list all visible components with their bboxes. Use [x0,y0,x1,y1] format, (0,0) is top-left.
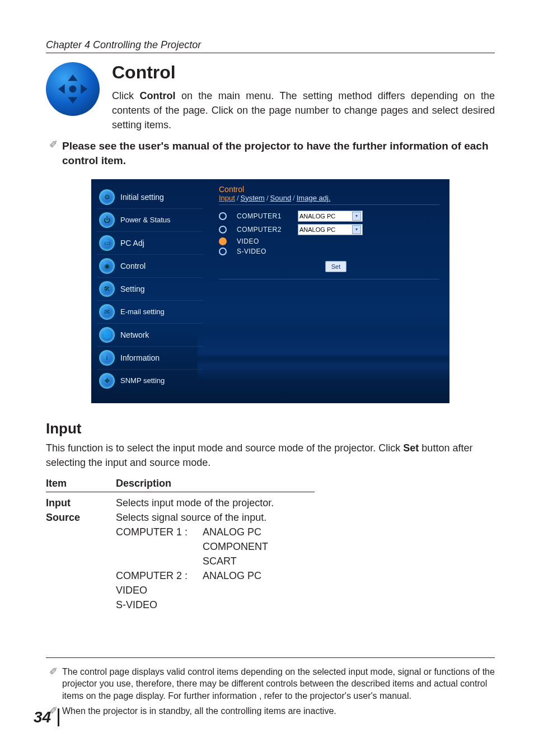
snmp-icon: ❖ [99,373,115,389]
svg-marker-1 [68,97,77,104]
radio-label: COMPUTER1 [237,212,290,220]
radio-label: COMPUTER2 [237,226,290,234]
section-paragraph: This function is to select the input mod… [46,441,495,470]
source-details: COMPUTER 1 : ANALOG PC COMPONENT SCART [116,525,495,568]
sidebar-item-label: Setting [120,284,145,293]
power-icon: ⏻ [99,212,115,228]
para-bold: Set [403,442,419,454]
input-row-video: VIDEO [219,237,439,245]
th-description: Description [116,478,171,489]
select-computer2[interactable]: ANALOG PC▾ [298,224,363,235]
tab-image-adj[interactable]: Image adj. [297,194,331,202]
sidebar-item-power-status[interactable]: ⏻Power & Status [97,208,203,231]
footnote-text: When the projector is in standby, all th… [62,705,495,717]
pencil-icon: ✐ [49,666,58,702]
sidebar-item-control[interactable]: ◉Control [97,254,203,277]
page-title: Control [112,62,495,83]
svg-point-4 [69,86,77,93]
panel-tabs: Input/System/Sound/Image adj. [219,194,439,205]
svg-marker-2 [58,84,65,94]
info-icon: i [99,350,115,366]
footnote-text: The control page displays valid control … [62,666,495,702]
chapter-header: Chapter 4 Controlling the Projector [46,39,495,53]
computer1-values: ANALOG PC COMPONENT SCART [203,525,268,568]
sidebar-item-setting[interactable]: 🛠Setting [97,277,203,300]
footnotes: ✐ The control page displays valid contro… [46,657,495,717]
radio-label: S-VIDEO [237,248,290,255]
cell-item: Input [46,496,116,510]
table-hr [46,492,315,492]
gear-icon: ⚙ [99,189,115,205]
wrench-icon: 🛠 [99,281,115,297]
radio-computer2[interactable] [219,226,227,234]
th-item: Item [46,478,116,489]
chevron-down-icon: ▾ [352,225,361,234]
tab-sound[interactable]: Sound [270,194,292,202]
sidebar-item-label: Power & Status [120,216,171,224]
cell-item: Source [46,510,116,525]
control-icon: ◉ [99,258,115,274]
globe-icon: 🌐 [99,327,115,343]
computer2-label: COMPUTER 2 : [116,568,200,583]
sidebar-item-label: E-mail setting [120,307,165,316]
computer2-values: ANALOG PC [203,568,261,583]
radio-computer1[interactable] [219,212,227,220]
control-page-screenshot: ⚙Initial setting ⏻Power & Status ▭PC Adj… [91,179,449,403]
sidebar-item-label: Network [120,330,149,339]
sidebar-item-information[interactable]: iInformation [97,346,203,369]
sidebar-item-label: Control [120,262,146,270]
svg-marker-3 [81,84,87,94]
intro-bold: Control [139,90,175,101]
tab-system[interactable]: System [241,194,265,202]
input-row-computer2: COMPUTER2 ANALOG PC▾ [219,224,439,235]
sidebar-item-snmp-setting[interactable]: ❖SNMP setting [97,369,203,392]
svg-marker-0 [68,74,77,81]
sidebar-item-network[interactable]: 🌐Network [97,323,203,346]
sidebar-item-label: Initial setting [120,193,164,202]
sidebar-item-email-setting[interactable]: ✉E-mail setting [97,300,203,323]
radio-svideo[interactable] [219,248,227,255]
source-extra: VIDEO S-VIDEO [116,583,495,612]
table-row: Input Selects input mode of the projecto… [46,496,495,510]
radio-label: VIDEO [237,237,290,245]
select-value: ANALOG PC [299,213,335,220]
sidebar-item-label: SNMP setting [120,376,165,385]
para-pre: This function is to select the input mod… [46,442,403,454]
pencil-icon: ✐ [49,139,58,151]
control-hero-icon [46,62,100,116]
cell-desc: Selects signal source of the input. [116,510,495,525]
page-number: 34 [34,708,59,726]
input-row-svideo: S-VIDEO [219,248,439,255]
sidebar: ⚙Initial setting ⏻Power & Status ▭PC Adj… [91,179,209,403]
source-details: COMPUTER 2 : ANALOG PC [116,568,495,583]
sidebar-item-label: PC Adj [120,239,144,248]
tab-input[interactable]: Input [219,194,235,202]
section-title-input: Input [46,420,495,437]
panel-title: Control [219,185,439,194]
table-row: Source Selects signal source of the inpu… [46,510,495,525]
sidebar-item-initial-setting[interactable]: ⚙Initial setting [97,186,203,208]
computer1-label: COMPUTER 1 : [116,525,200,539]
radio-video[interactable] [219,237,227,245]
select-computer1[interactable]: ANALOG PC▾ [298,211,363,222]
set-button[interactable]: Set [325,261,346,272]
intro-pre: Click [112,90,139,101]
sidebar-item-label: Information [120,353,160,362]
input-row-computer1: COMPUTER1 ANALOG PC▾ [219,211,439,222]
monitor-icon: ▭ [99,235,115,251]
top-note: Please see the user's manual of the proj… [62,139,495,167]
table-header: Item Description [46,478,495,489]
intro-paragraph: Click Control on the main menu. The sett… [112,88,495,132]
main-panel: Control Input/System/Sound/Image adj. CO… [209,179,449,403]
sidebar-item-pc-adj[interactable]: ▭PC Adj [97,231,203,254]
cell-desc: Selects input mode of the projector. [116,496,495,510]
chevron-down-icon: ▾ [352,212,361,221]
select-value: ANALOG PC [299,226,335,233]
mail-icon: ✉ [99,304,115,320]
